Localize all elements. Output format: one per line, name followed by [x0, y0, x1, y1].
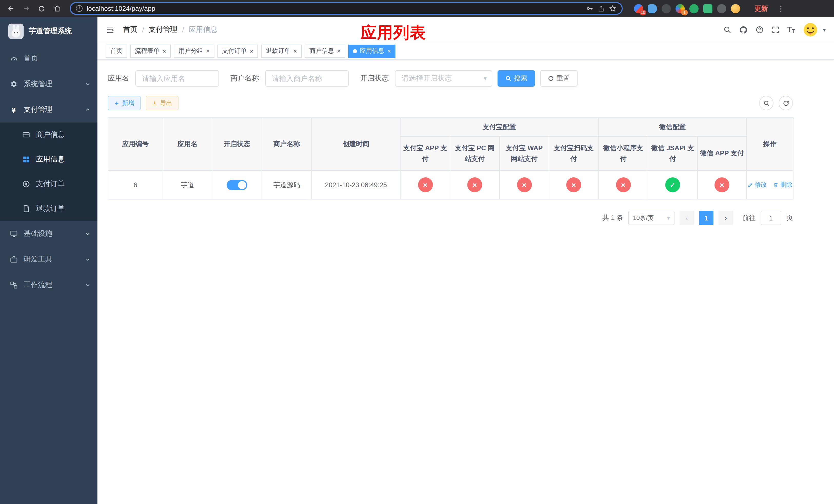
cell-created: 2021-10-23 08:49:25: [312, 170, 400, 199]
extension-icon-3[interactable]: [662, 4, 671, 13]
close-icon[interactable]: ×: [387, 48, 391, 54]
home-button[interactable]: [51, 3, 63, 14]
chevron-down-icon: ▾: [484, 75, 487, 82]
user-avatar[interactable]: [803, 22, 818, 38]
sidebar-item-dev-tools[interactable]: 研发工具: [0, 247, 97, 272]
fullscreen-icon[interactable]: [771, 26, 780, 34]
chevron-down-icon: [85, 282, 90, 288]
avatar-caret-icon[interactable]: ▾: [823, 26, 826, 33]
reload-button[interactable]: [36, 3, 47, 14]
sidebar-item-infra[interactable]: 基础设施: [0, 221, 97, 247]
tab-merchant-info[interactable]: 商户信息×: [305, 44, 345, 58]
sidebar-item-system[interactable]: 系统管理: [0, 71, 97, 97]
close-icon[interactable]: ×: [337, 48, 341, 54]
extension-icon-5[interactable]: [689, 4, 699, 13]
search-button[interactable]: 搜索: [498, 70, 535, 87]
browser-menu-icon[interactable]: ⋮: [777, 4, 784, 13]
app-name-label: 应用名: [108, 74, 129, 83]
extension-badge-red: 10: [640, 9, 646, 15]
sidebar-item-label: 支付订单: [36, 180, 65, 189]
prev-page-button[interactable]: ‹: [680, 211, 694, 225]
close-icon[interactable]: ×: [162, 48, 166, 54]
site-info-icon[interactable]: i: [76, 5, 83, 12]
font-size-icon[interactable]: TT: [787, 26, 795, 34]
password-key-icon[interactable]: [586, 5, 593, 12]
search-icon[interactable]: [723, 26, 731, 34]
close-icon[interactable]: ×: [250, 48, 254, 54]
address-bar[interactable]: i localhost:1024/pay/app: [70, 2, 623, 15]
sidebar-item-label: 退款订单: [36, 204, 65, 213]
sidebar-item-workflow[interactable]: 工作流程: [0, 272, 97, 298]
tab-app-info[interactable]: 应用信息×: [348, 44, 395, 58]
forward-button[interactable]: [21, 3, 32, 14]
cell-app-name: 芋道: [163, 170, 212, 199]
sidebar-item-app-info[interactable]: 应用信息: [0, 147, 97, 172]
sidebar-item-merchant-info[interactable]: 商户信息: [0, 122, 97, 147]
refresh-button[interactable]: [778, 96, 793, 110]
help-icon[interactable]: [755, 26, 764, 34]
page-header: 首页 / 支付管理 / 应用信息 应用列表: [97, 17, 834, 43]
breadcrumb-payment[interactable]: 支付管理: [149, 25, 177, 35]
extension-icon-6[interactable]: [703, 4, 712, 13]
status-toggle[interactable]: [227, 180, 247, 190]
breadcrumb-home[interactable]: 首页: [123, 25, 137, 35]
extension-icon-1[interactable]: 10: [634, 4, 643, 13]
extension-icon-4[interactable]: 1: [676, 4, 685, 13]
col-header-created: 创建时间: [312, 118, 400, 170]
col-header-alipay-wap: 支付宝 WAP 网站支付: [499, 137, 549, 170]
status-label: 开启状态: [360, 74, 389, 83]
delete-link[interactable]: 删除: [773, 181, 792, 189]
toggle-search-button[interactable]: [759, 96, 773, 110]
tab-process-form[interactable]: 流程表单×: [130, 44, 171, 58]
url-text[interactable]: localhost:1024/pay/app: [87, 5, 581, 12]
current-page-button[interactable]: 1: [699, 211, 714, 225]
extension-pin-icon[interactable]: [717, 4, 726, 13]
tab-home[interactable]: 首页: [106, 44, 127, 58]
sidebar-item-payment[interactable]: ¥ 支付管理: [0, 97, 97, 122]
edit-link[interactable]: 修改: [747, 181, 767, 189]
group-header-alipay: 支付宝配置: [400, 118, 598, 137]
cell-merchant: 芋道源码: [262, 170, 312, 199]
page-size-select[interactable]: 10条/页 ▾: [628, 211, 675, 225]
sidebar-item-refund-order[interactable]: 退款订单: [0, 197, 97, 221]
sidebar-item-home[interactable]: 首页: [0, 46, 97, 71]
chevron-down-icon: [85, 257, 90, 262]
chrome-update-button[interactable]: 更新: [750, 2, 772, 15]
tab-refund-order[interactable]: 退款订单×: [261, 44, 302, 58]
reset-button[interactable]: 重置: [540, 70, 577, 87]
chevron-down-icon: [85, 82, 90, 87]
card-icon: [22, 131, 30, 139]
close-icon[interactable]: ×: [206, 48, 210, 54]
goto-label: 前往: [742, 213, 755, 223]
close-icon[interactable]: ×: [293, 48, 297, 54]
sidebar-logo: 芋道管理系统: [0, 17, 97, 46]
goto-page-input[interactable]: [761, 211, 781, 225]
tab-user-group[interactable]: 用户分组×: [174, 44, 214, 58]
tab-pay-order[interactable]: 支付订单×: [218, 44, 258, 58]
sidebar-item-pay-order[interactable]: 支付订单: [0, 172, 97, 197]
sidebar-item-label: 应用信息: [36, 155, 65, 164]
bookmark-star-icon[interactable]: [609, 5, 616, 12]
chevron-down-icon: [85, 231, 90, 236]
sidebar-item-label: 首页: [24, 54, 38, 63]
status-select[interactable]: 请选择开启状态 ▾: [395, 70, 492, 87]
sidebar-collapse-icon[interactable]: [106, 25, 115, 35]
pagination: 共 1 条 10条/页 ▾ ‹ 1 › 前往 页: [108, 211, 793, 225]
wx-app-status-icon: ×: [715, 177, 729, 192]
next-page-button[interactable]: ›: [719, 211, 733, 225]
share-icon[interactable]: [597, 5, 605, 12]
add-button[interactable]: 新增: [108, 96, 140, 110]
col-header-actions: 操作: [747, 118, 793, 170]
app-name-input[interactable]: [135, 70, 219, 87]
export-button[interactable]: 导出: [146, 96, 178, 110]
back-button[interactable]: [5, 3, 16, 14]
payment-submenu: 商户信息 应用信息 支付订单: [0, 122, 97, 221]
total-count: 共 1 条: [602, 213, 623, 223]
extension-area: 10 1: [634, 4, 740, 13]
pay-order-icon: [22, 180, 30, 188]
github-icon[interactable]: [739, 25, 748, 34]
merchant-name-input[interactable]: [265, 70, 349, 87]
tags-view: 首页 流程表单× 用户分组× 支付订单× 退款订单× 商户信息×: [97, 43, 834, 60]
extension-icon-8[interactable]: [731, 4, 740, 13]
extension-icon-2[interactable]: [648, 4, 657, 13]
